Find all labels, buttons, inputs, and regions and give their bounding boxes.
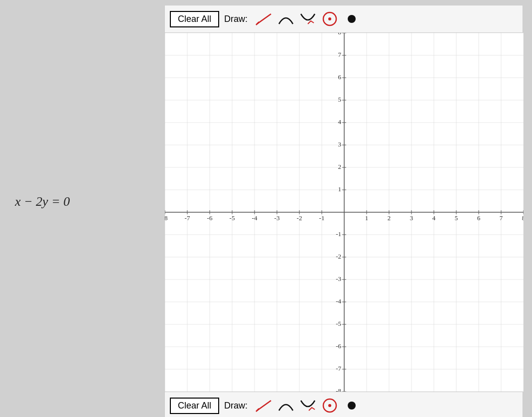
svg-point-9 (348, 402, 356, 410)
graph-area (165, 33, 524, 392)
grid-canvas (165, 33, 524, 392)
svg-point-3 (328, 17, 331, 20)
line-tool-bottom[interactable] (255, 396, 273, 415)
arc-tool-top[interactable] (276, 9, 295, 28)
clear-all-button-bottom[interactable]: Clear All (170, 398, 219, 414)
clear-all-button-top[interactable]: Clear All (170, 11, 219, 27)
main-container: Clear All Draw: (164, 5, 523, 417)
line-tool-top[interactable] (255, 9, 273, 28)
draw-label-bottom: Draw: (224, 401, 248, 411)
draw-tools-top (255, 9, 361, 28)
draw-tools-bottom (255, 396, 361, 415)
bottom-toolbar: Clear All Draw: (165, 392, 523, 417)
svg-point-8 (328, 404, 331, 407)
valley-tool-bottom[interactable] (298, 396, 317, 415)
dot-tool-top[interactable] (342, 9, 361, 28)
top-toolbar: Clear All Draw: (165, 5, 523, 33)
svg-point-4 (348, 15, 356, 23)
equation-label: x − 2y = 0 (15, 194, 70, 209)
circle-tool-top[interactable] (320, 9, 339, 28)
valley-tool-top[interactable] (298, 9, 317, 28)
draw-label-top: Draw: (224, 14, 248, 24)
arc-tool-bottom[interactable] (276, 396, 295, 415)
dot-tool-bottom[interactable] (342, 396, 361, 415)
circle-tool-bottom[interactable] (320, 396, 339, 415)
